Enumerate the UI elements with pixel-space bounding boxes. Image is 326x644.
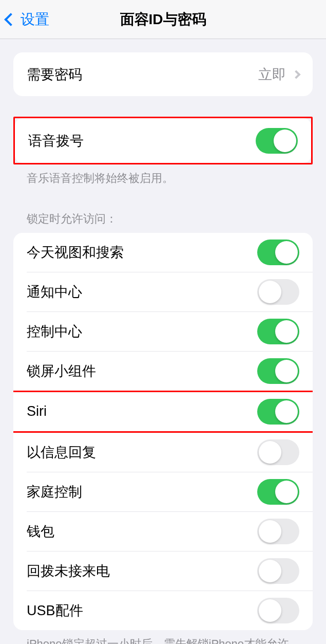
voice-dial-highlight: 语音拨号: [13, 117, 313, 164]
home-control-toggle[interactable]: [257, 479, 299, 505]
page-title: 面容ID与密码: [120, 10, 206, 29]
wallet-row: 钱包: [13, 512, 313, 551]
today-view-label: 今天视图和搜索: [27, 243, 124, 262]
control-center-row: 控制中心: [13, 312, 313, 351]
today-view-row: 今天视图和搜索: [13, 233, 313, 272]
usb-footer: iPhone锁定超过一小时后，需先解锁iPhone才能允许USB配件连接。: [13, 630, 313, 644]
chevron-right-icon: [292, 70, 301, 79]
wallet-label: 钱包: [27, 522, 54, 541]
voice-dial-label: 语音拨号: [28, 132, 84, 150]
siri-label: Siri: [27, 403, 47, 419]
siri-highlight: Siri: [13, 391, 313, 433]
require-passcode-value: 立即: [258, 65, 286, 84]
return-call-row: 回拨未接来电: [13, 551, 313, 591]
voice-dial-toggle[interactable]: [256, 128, 298, 154]
lockscreen-widget-toggle[interactable]: [257, 358, 299, 384]
siri-toggle[interactable]: [257, 399, 299, 425]
chevron-left-icon: [4, 13, 17, 26]
back-button-label: 设置: [21, 10, 49, 29]
control-center-toggle[interactable]: [257, 319, 299, 344]
return-call-toggle[interactable]: [257, 558, 299, 584]
usb-accessory-row: USB配件: [13, 591, 313, 630]
reply-message-row: 以信息回复: [13, 433, 313, 472]
require-passcode-group: 需要密码 立即: [13, 52, 313, 96]
reply-message-toggle[interactable]: [257, 439, 299, 465]
notification-center-row: 通知中心: [13, 272, 313, 311]
lockscreen-widget-row: 锁屏小组件: [13, 352, 313, 391]
today-view-toggle[interactable]: [257, 240, 299, 265]
return-call-label: 回拨未接来电: [27, 562, 110, 580]
wallet-toggle[interactable]: [257, 519, 299, 544]
control-center-label: 控制中心: [27, 322, 82, 341]
usb-accessory-toggle[interactable]: [257, 598, 299, 623]
voice-dial-row: 语音拨号: [15, 118, 311, 163]
lockscreen-widget-label: 锁屏小组件: [27, 362, 96, 380]
lock-access-group: 今天视图和搜索 通知中心 控制中心 锁屏小组件 Siri 以信息回复: [13, 233, 313, 630]
notification-center-label: 通知中心: [27, 283, 82, 301]
usb-accessory-label: USB配件: [27, 601, 83, 620]
require-passcode-label: 需要密码: [27, 65, 82, 84]
back-button[interactable]: 设置: [0, 10, 49, 29]
siri-row: Siri: [13, 392, 313, 431]
home-control-row: 家庭控制: [13, 472, 313, 511]
lock-access-header: 锁定时允许访问：: [13, 211, 313, 233]
home-control-label: 家庭控制: [27, 483, 82, 501]
notification-center-toggle[interactable]: [257, 279, 299, 305]
reply-message-label: 以信息回复: [27, 443, 96, 462]
require-passcode-row[interactable]: 需要密码 立即: [13, 52, 313, 96]
voice-dial-footer: 音乐语音控制将始终被启用。: [13, 164, 313, 187]
navigation-header: 设置 面容ID与密码: [0, 0, 326, 39]
